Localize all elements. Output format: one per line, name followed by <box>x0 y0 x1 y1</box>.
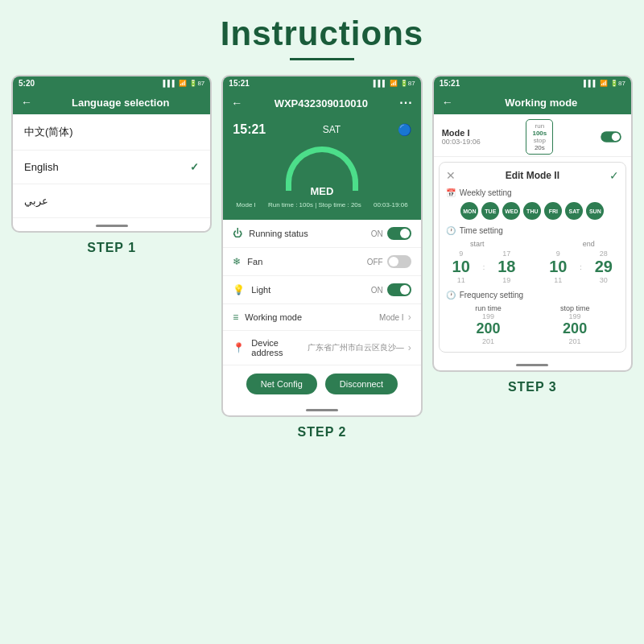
light-toggle[interactable] <box>387 283 411 296</box>
day-tue[interactable]: TUE <box>481 202 499 220</box>
mode1-badge: run 100s stop 20s <box>526 119 553 155</box>
end-min-next: 30 <box>595 276 613 284</box>
start-min-col: 17 18 19 <box>497 250 515 284</box>
step-2-col: 15:21 ▌▌▌ 📶 🔋87 ← WXP432309010010 ··· 15… <box>221 75 422 440</box>
time-section: 🕐 Time setting <box>446 226 619 235</box>
step2-home-indicator <box>306 409 338 411</box>
end-col-header: end <box>583 240 595 248</box>
step3-home-indicator <box>516 364 548 366</box>
end-hour-val: 10 <box>549 258 567 276</box>
disconnect-button[interactable]: Disconnect <box>325 374 398 394</box>
start-hour-next: 11 <box>452 276 470 284</box>
steps-container: 5:20 ▌▌▌ 📶 🔋87 ← Language selection 中文(简… <box>0 75 644 440</box>
mode1-run-val: 100s <box>532 130 547 137</box>
weekly-label: Weekly setting <box>460 188 512 197</box>
step1-back-arrow[interactable]: ← <box>21 96 32 109</box>
step2-status-bar: 15:21 ▌▌▌ 📶 🔋87 <box>223 76 420 90</box>
step3-nav-bar: ← Working mode <box>434 90 631 114</box>
end-min-val: 29 <box>595 258 613 276</box>
start-label: start <box>470 240 485 248</box>
control-device-address[interactable]: 📍 Device address 广东省广州市白云区良沙— › <box>223 331 420 365</box>
control-running-status: ⏻ Running status ON <box>223 220 420 248</box>
step2-mode-run: Run time : 100s | Stop time : 20s <box>268 201 361 208</box>
stop-time-col: stop time 199 200 201 <box>560 304 590 345</box>
step1-status-bar: 5:20 ▌▌▌ 📶 🔋87 <box>13 76 210 90</box>
stop-time-label: stop time <box>560 304 590 312</box>
step2-label: STEP 2 <box>298 425 347 440</box>
run-next: 201 <box>475 337 502 345</box>
start-hour-prev: 9 <box>452 250 470 258</box>
day-sun[interactable]: SUN <box>586 202 604 220</box>
day-mon[interactable]: MON <box>460 202 478 220</box>
step2-device-day: SAT <box>323 124 341 135</box>
net-config-button[interactable]: Net Config <box>246 374 317 394</box>
running-status-label: Running status <box>249 229 370 238</box>
step3-signal-icon: 📶 <box>600 80 608 87</box>
stop-prev: 199 <box>560 312 590 320</box>
day-wed[interactable]: WED <box>502 202 520 220</box>
step2-back-arrow[interactable]: ← <box>231 97 242 109</box>
lang-chinese-label: 中文(简体) <box>24 125 73 139</box>
light-label: Light <box>251 285 370 295</box>
time-cols: start end <box>446 240 619 250</box>
end-hour-next: 11 <box>549 276 567 284</box>
step2-status-time: 15:21 <box>229 79 250 88</box>
step2-more-icon[interactable]: ··· <box>399 96 412 110</box>
step1-phone: 5:20 ▌▌▌ 📶 🔋87 ← Language selection 中文(简… <box>11 75 212 233</box>
day-sat[interactable]: SAT <box>565 202 583 220</box>
step2-gauge-arc: MED <box>286 147 358 191</box>
start-hour-val: 10 <box>452 258 470 276</box>
light-icon: 💡 <box>233 284 245 295</box>
start-min-prev: 17 <box>497 250 515 258</box>
lang-item-chinese[interactable]: 中文(简体) <box>13 114 210 151</box>
step1-nav-title: Language selection <box>39 97 202 109</box>
fan-label: Fan <box>247 257 366 266</box>
step2-gauge-label: MED <box>311 185 334 197</box>
running-status-toggle[interactable] <box>387 227 411 240</box>
lang-english-check: ✓ <box>190 161 199 173</box>
fan-toggle[interactable] <box>387 255 411 268</box>
modal-title: Edit Mode II <box>456 170 609 181</box>
control-fan: ❄ Fan OFF <box>223 248 420 276</box>
mode1-run-label: run <box>532 122 547 130</box>
step1-nav-bar: ← Language selection <box>13 90 210 114</box>
modal-confirm-icon[interactable]: ✓ <box>609 169 619 182</box>
working-mode-icon: ≡ <box>233 312 238 323</box>
stop-val: 200 <box>560 320 590 337</box>
step2-status-icons: ▌▌▌ 📶 🔋87 <box>374 80 415 87</box>
run-time-col: run time 199 200 201 <box>475 304 502 345</box>
mode1-stop-val: 20s <box>532 144 547 151</box>
lang-english-label: English <box>24 161 59 173</box>
lang-item-arabic[interactable]: عربي <box>13 184 210 218</box>
step3-phone: 15:21 ▌▌▌ 📶 🔋87 ← Working mode Mode I 00… <box>432 75 633 372</box>
time-values-row: 9 10 11 : 17 18 19 9 10 11 <box>446 250 619 284</box>
step3-wifi-icon: ▌▌▌ <box>584 80 597 87</box>
wifi-icon: ▌▌▌ <box>163 80 176 87</box>
step2-bluetooth-icon: 🔵 <box>398 123 411 136</box>
signal-icon: 📶 <box>179 80 187 87</box>
step3-back-arrow[interactable]: ← <box>442 96 453 109</box>
end-hour-prev: 9 <box>549 250 567 258</box>
day-thu[interactable]: THU <box>523 202 541 220</box>
control-working-mode[interactable]: ≡ Working mode Mode I › <box>223 304 420 331</box>
step1-bottom-bar <box>13 218 210 231</box>
mode1-stop-label: stop <box>532 137 547 144</box>
freq-section: 🕐 Frequency setting <box>446 291 619 299</box>
freq-label: Frequency setting <box>460 291 524 299</box>
step3-battery-icon: 🔋87 <box>610 80 625 87</box>
step1-lang-list: 中文(简体) English ✓ عربي <box>13 114 210 218</box>
modal-close-icon[interactable]: ✕ <box>446 169 456 182</box>
day-fri[interactable]: FRI <box>544 202 562 220</box>
time-colon-2: : <box>580 263 582 271</box>
clock-icon: 🕐 <box>446 226 456 235</box>
end-min-prev: 28 <box>595 250 613 258</box>
step2-nav-title: WXP432309010010 <box>249 97 393 109</box>
start-hour-col: 9 10 11 <box>452 250 470 284</box>
device-address-label: Device address <box>251 338 307 357</box>
step2-nav-bar: ← WXP432309010010 ··· <box>223 90 420 116</box>
step2-wifi-icon: ▌▌▌ <box>374 80 387 87</box>
fan-right: OFF <box>367 255 411 268</box>
lang-item-english[interactable]: English ✓ <box>13 151 210 184</box>
device-address-arrow: › <box>408 342 411 353</box>
mode1-toggle[interactable] <box>601 131 621 142</box>
